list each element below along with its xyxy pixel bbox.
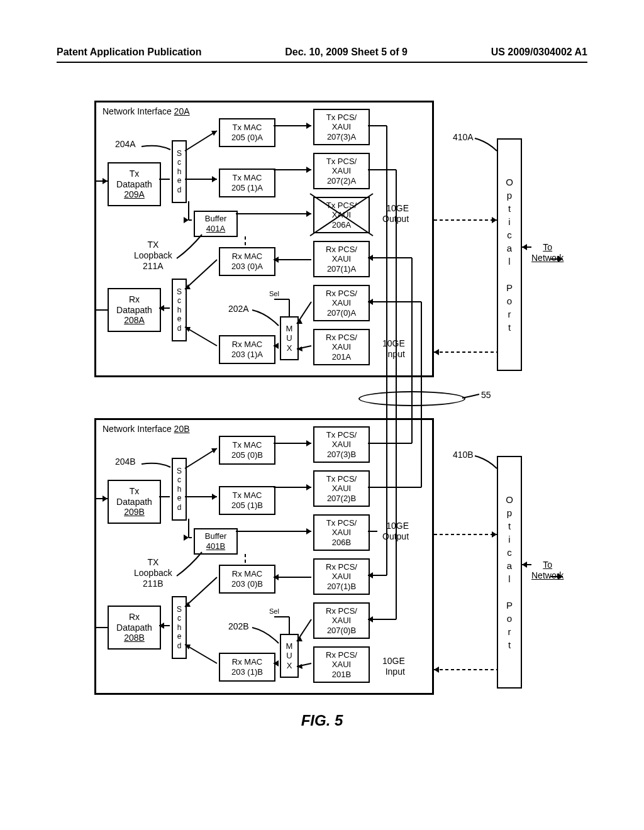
svg-marker-19 [522, 562, 527, 568]
optical-port-b: O p t i c a l P o r t [497, 456, 522, 689]
rx-datapath-b: Rx Datapath 208B [108, 606, 161, 650]
svg-marker-11 [103, 495, 108, 502]
svg-marker-25 [434, 349, 439, 355]
tx-datapath-a: Tx Datapath 209A [108, 162, 161, 206]
tx-pcs-206b: Tx PCS/ XAUI 206B [313, 514, 370, 551]
sched-rx-b: S c h e d [172, 596, 187, 659]
bus-ellipse [358, 391, 465, 406]
to-network-b: To Network [531, 560, 564, 581]
b-10ge-out: 10GE Output [382, 521, 409, 542]
mux-ref-a: 202A [228, 304, 249, 314]
tx-mac-0a: Tx MAC 205 (0)A [219, 118, 275, 147]
svg-marker-23 [492, 217, 497, 223]
tx-pcs-206a: Tx PCS/ XAUI 206A [313, 197, 370, 233]
mux-a: M U X [280, 316, 299, 360]
tx-pcs-2b: Tx PCS/ XAUI 207(2)B [313, 470, 370, 507]
header-center: Dec. 10, 2009 Sheet 5 of 9 [285, 47, 408, 58]
tx-pcs-3a: Tx PCS/ XAUI 207(3)A [313, 109, 370, 145]
buffer-b: Buffer 401B [194, 528, 238, 555]
diagram: Network Interface 20A Tx Datapath 209A R… [94, 101, 572, 704]
rx-mac-1a: Rx MAC 203 (1)A [219, 335, 275, 364]
interface-b-title: Network Interface 20B [103, 424, 190, 434]
buffer-a: Buffer 401A [194, 211, 238, 237]
rx-pcs-201b: Rx PCS/ XAUI 201B [313, 646, 370, 683]
rx-mac-0a: Rx MAC 203 (0)A [219, 247, 275, 276]
svg-marker-27 [492, 531, 497, 538]
sched-tx-ref-b: 204B [115, 456, 136, 467]
figure-label: FIG. 5 [0, 712, 644, 729]
sched-tx-a: S c h e d [172, 140, 187, 203]
header-rule [57, 62, 587, 63]
rx-pcs-0b: Rx PCS/ XAUI 207(0)B [313, 602, 370, 639]
tx-datapath-b: Tx Datapath 209B [108, 480, 161, 524]
sel-b: Sel [269, 607, 279, 616]
rx-pcs-1a: Rx PCS/ XAUI 207(1)A [313, 241, 370, 277]
sched-tx-b: S c h e d [172, 458, 187, 521]
sched-rx-a: S c h e d [172, 279, 187, 341]
to-network-a: To Network [531, 242, 564, 263]
tx-mac-0b: Tx MAC 205 (0)B [219, 436, 275, 465]
tx-loopback-a: TX Loopback 211A [134, 240, 172, 271]
optical-port-a: O p t i c a l P o r t [497, 138, 522, 371]
svg-marker-29 [434, 667, 439, 673]
rx-pcs-201a: Rx PCS/ XAUI 201A [313, 329, 370, 365]
bus-label: 55 [481, 390, 491, 401]
tx-loopback-b: TX Loopback 211B [134, 557, 172, 589]
header-left: Patent Application Publication [57, 47, 202, 58]
tx-pcs-2a: Tx PCS/ XAUI 207(2)A [313, 153, 370, 189]
svg-marker-5 [103, 178, 108, 184]
svg-marker-15 [522, 244, 527, 250]
b-10ge-in: 10GE Input [382, 656, 405, 677]
sel-a: Sel [269, 290, 279, 298]
rx-pcs-1b: Rx PCS/ XAUI 207(1)B [313, 558, 370, 595]
mux-ref-b: 202B [228, 621, 249, 632]
optical-a-ref: 410A [453, 132, 474, 143]
mux-b: M U X [280, 634, 299, 678]
tx-pcs-3b: Tx PCS/ XAUI 207(3)B [313, 426, 370, 463]
interface-a-title: Network Interface 20A [103, 106, 190, 117]
tx-mac-1b: Tx MAC 205 (1)B [219, 486, 275, 515]
a-10ge-out: 10GE Output [382, 203, 409, 224]
rx-pcs-0a: Rx PCS/ XAUI 207(0)A [313, 285, 370, 321]
a-10ge-in: 10GE Input [382, 338, 405, 360]
rx-mac-0b: Rx MAC 203 (0)B [219, 565, 275, 594]
sched-tx-ref-a: 204A [115, 139, 136, 150]
header-right: US 2009/0304002 A1 [491, 47, 587, 58]
optical-b-ref: 410B [453, 450, 474, 460]
network-interface-b: Network Interface 20B Tx Datapath 209B R… [94, 418, 434, 695]
tx-mac-1a: Tx MAC 205 (1)A [219, 169, 275, 197]
rx-datapath-a: Rx Datapath 208A [108, 288, 161, 332]
rx-mac-1b: Rx MAC 203 (1)B [219, 653, 275, 682]
network-interface-a: Network Interface 20A Tx Datapath 209A R… [94, 101, 434, 377]
